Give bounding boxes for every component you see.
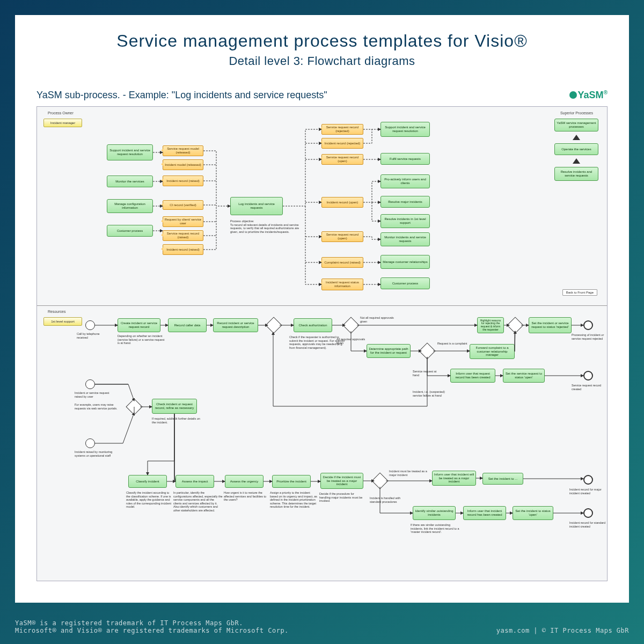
- fb3: Record incident or service request descr…: [213, 318, 258, 332]
- fb1: Create incident or service request recor…: [118, 318, 160, 332]
- out-1: Support incident and service request res…: [380, 122, 430, 137]
- page-card: Service management process templates for…: [15, 15, 629, 603]
- fb4: Check authorization: [294, 318, 332, 332]
- yasm-logo: YaSM®: [569, 90, 608, 101]
- lane-owner-label: Process Owner: [48, 111, 74, 115]
- start-ev2: [85, 379, 95, 389]
- fb2: Record caller data: [168, 318, 207, 332]
- oa-5: Service request record (open): [321, 231, 363, 242]
- fbchk-note: If required, add/edit further details on…: [152, 417, 200, 424]
- gw1: [342, 317, 359, 333]
- gw2a: Request is a complaint: [437, 342, 470, 346]
- sup-1: YaSM service management processes: [554, 119, 598, 131]
- footnote-right: yasm.com | © IT Process Maps GbR: [496, 627, 629, 634]
- fb7: Inform user that request record has been…: [450, 369, 495, 383]
- yasm-logo-icon: [569, 91, 577, 99]
- gw-merge: [507, 317, 523, 333]
- out-5: Resolve incidents in 1st level support: [380, 214, 430, 228]
- ia-2: Incident model (released): [163, 159, 203, 170]
- gw3a: Incident must be treated as a major inci…: [389, 470, 429, 477]
- ia-5: Request by client/ service user: [163, 216, 203, 227]
- out-3: Pro-actively inform users and clients: [380, 174, 430, 188]
- gw0: [265, 317, 282, 333]
- flowchart-canvas: Process Owner Incident manager Resources…: [36, 106, 608, 581]
- out-4: Resolve major incidents: [380, 196, 430, 208]
- start-ev2-note: For example, users may raise requests vi…: [75, 403, 123, 410]
- in-1: Support incident and service request res…: [107, 144, 153, 160]
- end2-lbl: Service request record created: [572, 384, 608, 391]
- start-ev3-lbl: Incident raised by monitoring systems or…: [75, 450, 123, 457]
- fc4-note: Assign a priority to the incident based …: [270, 491, 318, 509]
- in-2: Monitor the services: [107, 175, 153, 187]
- end4-lbl: Incident record for standard incident cr…: [569, 521, 608, 528]
- fc5-note: Decide if the procedure for handling maj…: [319, 492, 365, 503]
- gw-merge2: [126, 398, 142, 415]
- end1-lbl: Processing of incident or service reques…: [572, 333, 608, 340]
- start-ev1-lbl: Call by telephone received: [77, 332, 109, 339]
- fc2-note: In particular, identify the configuratio…: [173, 491, 223, 513]
- sup-tri-2: [573, 158, 580, 164]
- fbchk: Check incident or request record, refine…: [152, 399, 197, 414]
- fc1-note: Classify the incident according to the c…: [126, 491, 172, 509]
- fb8: Set the service request to status 'open': [503, 369, 545, 383]
- fc1: Classify incident: [128, 475, 167, 488]
- gw1a: Not all required approvals given: [360, 316, 398, 323]
- ia-6: Service request record (raised): [163, 230, 203, 241]
- oa-3: Service request record (open): [321, 154, 363, 165]
- fc3: Assess the urgency: [225, 475, 264, 488]
- end2: [583, 371, 593, 380]
- ia-1: Service request model (released): [163, 145, 203, 156]
- fd2: Set the incident to ...: [482, 473, 523, 485]
- role-owner: Incident manager: [43, 119, 82, 127]
- fe1: Identify similar outstanding incidents: [413, 506, 456, 520]
- oa-6: Complaint record (raised): [321, 257, 363, 268]
- process-objective: Process objective: To record all relevan…: [230, 219, 300, 233]
- out-2: Fulfil service requests: [380, 153, 430, 165]
- fb9: Highlight reasons for rejecting the requ…: [477, 317, 504, 333]
- end3-lbl: Incident record for major incident creat…: [569, 488, 608, 495]
- fb1-note: Depending on whether an incident (servic…: [118, 334, 166, 345]
- page-title: Service management process templates for…: [36, 31, 608, 51]
- gw3b: Incident is handled with standard proced…: [370, 496, 413, 503]
- gw3: [371, 472, 388, 489]
- end4: [583, 508, 593, 518]
- start-ev2-lbl: Incident or service request raised by us…: [75, 391, 118, 398]
- oa-1: Service request record (rejected): [321, 124, 363, 135]
- end1: [583, 320, 593, 330]
- ia-3: Incident record (raised): [163, 175, 203, 186]
- ia-7: Incident record (raised): [163, 244, 203, 255]
- sup-tri-1: [573, 135, 580, 140]
- lane-resources-label: Resources: [48, 310, 65, 313]
- gw2b: Service request at hand: [413, 370, 444, 377]
- sup-2: Operate the services: [554, 143, 598, 155]
- oa-4: Incident record (open): [321, 197, 363, 208]
- out-7: Manage customer relationships: [380, 255, 430, 269]
- gw2c: Incident, i.e. (suspected) service failu…: [413, 390, 455, 397]
- out-8: Customer process: [380, 277, 430, 289]
- in-4: Customer process: [107, 225, 153, 237]
- lane-superior-label: Superior Processes: [560, 111, 593, 115]
- fe2: Inform user that incident record has bee…: [463, 506, 506, 520]
- fe1-note: If there are similar outstanding inciden…: [411, 523, 462, 534]
- out-6: Monitor incidents and service requests: [380, 232, 430, 246]
- start-ev1: [85, 320, 95, 330]
- fc5: Decide if the incident must be treated a…: [320, 473, 363, 489]
- in-3: Manage configuration information: [107, 199, 153, 213]
- end3: [583, 475, 593, 485]
- fc3-note: How urgent is it to restore the affected…: [224, 491, 267, 502]
- gw2: [419, 342, 435, 359]
- fb5: Determine appropriate path for the incid…: [367, 344, 411, 358]
- footnote-2: Microsoft® and Visio® are registered tra…: [15, 627, 289, 634]
- start-ev3: [85, 438, 95, 448]
- oa-7: Incident/ request status information: [321, 279, 363, 290]
- fe3: Set the incident to status 'open': [513, 506, 553, 520]
- oa-2: Incident record (rejected): [321, 138, 363, 149]
- page-subtitle: Detail level 3: Flowchart diagrams: [36, 54, 608, 68]
- footnote-1: YaSM® is a registered trademark of IT Pr…: [15, 619, 289, 627]
- role-resource: 1st level support: [43, 317, 82, 326]
- fb6: Forward complaint to a customer relation…: [470, 344, 515, 359]
- fd1: Inform user that incident will be treate…: [432, 471, 476, 486]
- gw1b: All required approvals given: [336, 338, 369, 345]
- fb10: Set the incident or service request to s…: [529, 317, 572, 333]
- back-button[interactable]: Back to Front Page: [562, 289, 597, 296]
